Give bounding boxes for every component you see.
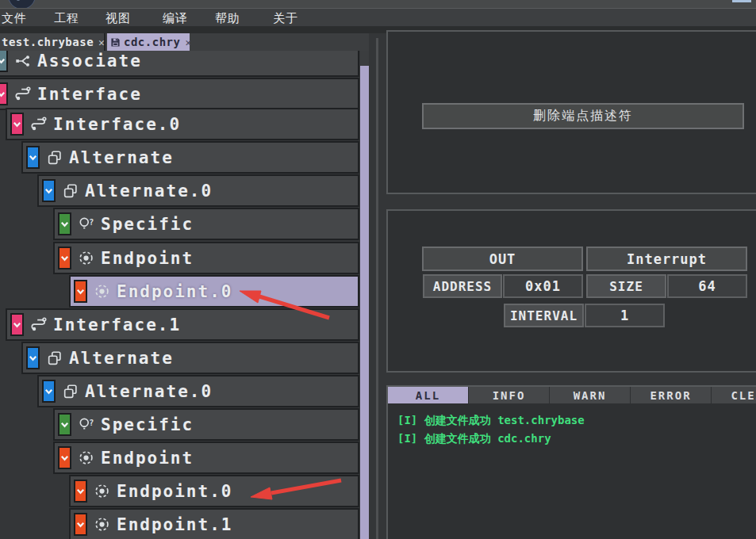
log-panel: ALLINFOWARNERRORCLEAR [I] 创建文件成功 test.ch… — [386, 385, 756, 539]
tree-row-label: Alternate.0 — [85, 182, 213, 201]
tree-row-endpoint-1[interactable]: Endpoint.1 — [69, 508, 359, 539]
tree-row-interface-0[interactable]: Interface.0 — [6, 108, 359, 140]
tree-row-interface-1[interactable]: Interface.1 — [6, 308, 359, 341]
tree-row-label: Endpoint — [101, 449, 194, 468]
interface-icon — [14, 86, 32, 103]
log-line: [I] 创建文件成功 cdc.chry — [397, 430, 746, 448]
expand-toggle-icon[interactable] — [74, 513, 87, 536]
log-tab-warn[interactable]: WARN — [550, 387, 630, 403]
transfer-type-button[interactable]: Interrupt — [586, 247, 747, 271]
tab-cdc-chry[interactable]: cdc.chry ✕ — [107, 33, 190, 51]
tree-row-label: Alternate.0 — [85, 382, 213, 401]
tab-test-chrybase[interactable]: test.chrybase ✕ — [0, 33, 106, 51]
menu-bar: 文件工程视图编译帮助关于 — [0, 8, 756, 27]
panel-splitter[interactable] — [376, 38, 378, 539]
close-tab-icon[interactable]: ✕ — [185, 36, 191, 48]
descriptor-tree: AssociateInterfaceInterface.0AlternateAl… — [0, 51, 370, 539]
endpoint-properties-panel: OUT Interrupt ADDRESS 0x01 SIZE 64 INTER… — [386, 209, 756, 373]
menu-item-0[interactable]: 文件 — [2, 11, 27, 26]
tree-row-label: Endpoint.1 — [117, 515, 232, 534]
expand-toggle-icon[interactable] — [42, 179, 56, 202]
svg-text:?: ? — [89, 218, 94, 227]
specific-icon: ? — [78, 416, 95, 434]
tree-row-label: Interface.1 — [53, 315, 181, 334]
tab-label: cdc.chry — [124, 36, 180, 48]
tree-row-label: Specific — [101, 415, 194, 434]
close-tab-icon[interactable]: ✕ — [98, 36, 105, 48]
tree-row-endpoint-0[interactable]: Endpoint.0 — [69, 475, 359, 507]
log-output: [I] 创建文件成功 test.chrybase[I] 创建文件成功 cdc.c… — [397, 411, 746, 448]
tree-row-label: Endpoint.0 — [117, 482, 232, 501]
address-value-field[interactable]: 0x01 — [503, 274, 583, 298]
expand-toggle-icon[interactable] — [10, 313, 24, 336]
expand-toggle-icon[interactable] — [74, 280, 87, 303]
log-tab-all[interactable]: ALL — [388, 387, 468, 403]
expand-toggle-icon[interactable] — [10, 113, 24, 136]
menu-item-1[interactable]: 工程 — [54, 11, 79, 26]
tree-row-endpoint[interactable]: Endpoint — [53, 242, 359, 274]
tree-row-label: Alternate — [69, 349, 174, 368]
expand-toggle-icon[interactable] — [0, 51, 8, 72]
tree-row-endpoint[interactable]: Endpoint — [53, 442, 359, 474]
expand-toggle-icon[interactable] — [58, 247, 71, 270]
save-icon — [110, 37, 121, 48]
alternate-icon — [46, 350, 63, 367]
interface-icon — [30, 316, 48, 334]
alternate-icon — [62, 383, 79, 400]
log-line: [I] 创建文件成功 test.chrybase — [397, 411, 746, 430]
tree-row-specific[interactable]: ?Specific — [53, 408, 359, 441]
log-filter-tabs: ALLINFOWARNERRORCLEAR — [388, 387, 756, 403]
log-tab-error[interactable]: ERROR — [631, 387, 711, 403]
editor-tab-bar: test.chrybase ✕ cdc.chry ✕ — [0, 33, 369, 51]
tree-row-associate[interactable]: Associate — [0, 51, 359, 77]
size-label: SIZE — [586, 274, 666, 298]
tree-row-alternate-0[interactable]: Alternate.0 — [37, 375, 359, 407]
interface-icon — [30, 116, 48, 133]
alternate-icon — [46, 149, 63, 166]
tree-scrollbar-thumb[interactable] — [360, 66, 369, 539]
expand-toggle-icon[interactable] — [26, 146, 40, 169]
app-logo-icon — [8, 0, 36, 8]
menu-item-2[interactable]: 视图 — [106, 11, 131, 26]
action-panel: 删除端点描述符 — [386, 30, 756, 194]
tree-row-label: Alternate — [69, 148, 174, 167]
window-control-sliver — [732, 0, 751, 2]
expand-toggle-icon[interactable] — [58, 413, 71, 436]
log-tab-info[interactable]: INFO — [469, 387, 549, 403]
expand-toggle-icon[interactable] — [0, 82, 8, 105]
interval-value-field[interactable]: 1 — [585, 304, 665, 327]
tree-row-alternate[interactable]: Alternate — [21, 342, 359, 374]
tree-row-endpoint-0[interactable]: Endpoint.0 — [69, 275, 359, 308]
tree-row-label: Interface.0 — [53, 115, 181, 134]
alternate-icon — [62, 182, 79, 200]
size-value-field[interactable]: 64 — [667, 274, 747, 298]
log-tab-clear[interactable]: CLEAR — [712, 387, 756, 403]
delete-endpoint-descriptor-button[interactable]: 删除端点描述符 — [422, 103, 744, 129]
menu-item-5[interactable]: 关于 — [273, 11, 298, 26]
expand-toggle-icon[interactable] — [74, 480, 87, 503]
menu-item-3[interactable]: 编译 — [163, 11, 188, 26]
tree-row-label: Endpoint — [101, 249, 194, 268]
expand-toggle-icon[interactable] — [26, 346, 40, 369]
endpoint-icon — [78, 449, 95, 467]
tree-row-label: Endpoint.0 — [117, 282, 232, 301]
specific-icon: ? — [78, 216, 95, 233]
endpoint-icon — [94, 283, 111, 300]
tree-row-interface[interactable]: Interface — [0, 78, 359, 110]
direction-button[interactable]: OUT — [422, 247, 583, 271]
expand-toggle-icon[interactable] — [58, 446, 71, 469]
tree-row-alternate[interactable]: Alternate — [21, 141, 359, 174]
address-label: ADDRESS — [423, 274, 502, 298]
tab-label: test.chrybase — [2, 36, 94, 48]
expand-toggle-icon[interactable] — [42, 380, 56, 403]
endpoint-icon — [94, 483, 111, 500]
tree-row-label: Associate — [37, 52, 142, 71]
menu-item-4[interactable]: 帮助 — [215, 11, 240, 26]
expand-toggle-icon[interactable] — [58, 212, 71, 235]
endpoint-icon — [78, 250, 95, 267]
endpoint-icon — [94, 516, 111, 533]
associate-icon — [14, 52, 32, 70]
tree-row-specific[interactable]: ?Specific — [53, 208, 359, 240]
tree-row-alternate-0[interactable]: Alternate.0 — [37, 174, 359, 207]
tree-row-label: Interface — [37, 85, 142, 104]
